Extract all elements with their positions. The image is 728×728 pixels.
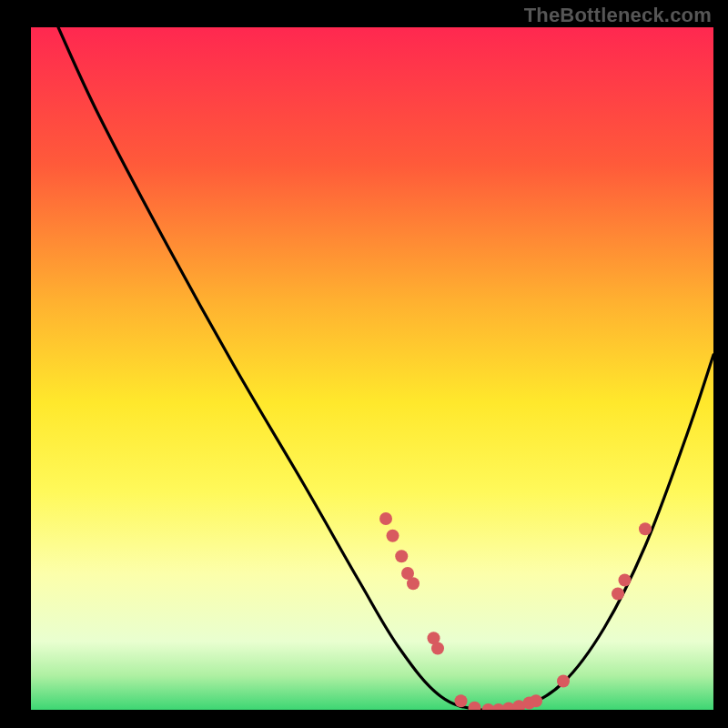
svg-point-15: [530, 694, 542, 707]
svg-point-7: [431, 642, 444, 655]
svg-point-1: [379, 512, 392, 525]
svg-point-8: [455, 694, 468, 707]
watermark-text: TheBottleneck.com: [524, 4, 712, 27]
svg-rect-0: [31, 27, 713, 710]
svg-point-2: [387, 530, 399, 542]
svg-point-19: [639, 522, 652, 535]
svg-point-18: [619, 574, 632, 587]
plot-svg: [31, 27, 713, 710]
chart-container: TheBottleneck.com: [0, 0, 728, 728]
svg-point-16: [557, 675, 570, 688]
svg-point-17: [612, 588, 624, 601]
svg-point-5: [407, 577, 420, 590]
plot-area: [31, 27, 713, 710]
svg-point-3: [395, 550, 408, 562]
